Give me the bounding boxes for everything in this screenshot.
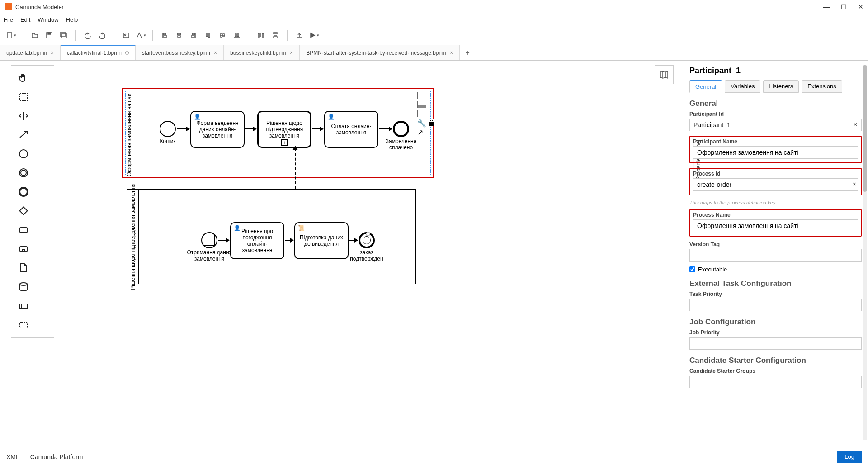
process-id-input[interactable] — [693, 178, 858, 191]
run-button[interactable] — [308, 30, 319, 41]
pool-participant-1[interactable]: Оформлення замовлення на сайті Кошик 👤 Ф… — [122, 88, 434, 178]
distribute-v-button[interactable] — [270, 30, 281, 41]
svg-point-6 — [125, 34, 126, 35]
close-icon[interactable]: × — [214, 50, 217, 56]
svg-rect-3 — [61, 32, 65, 37]
align-middle-button[interactable] — [217, 30, 228, 41]
distribute-h-button[interactable] — [255, 30, 266, 41]
end-event-icon[interactable] — [14, 182, 33, 201]
context-lane-below-icon[interactable] — [417, 110, 426, 117]
task-form-input[interactable]: 👤 Форма введення даних онлайн-замовлення — [190, 111, 245, 148]
add-tab-button[interactable]: + — [460, 45, 475, 60]
svg-rect-18 — [208, 34, 210, 38]
tab-update-lab[interactable]: update-lab.bpmn× — [0, 45, 61, 60]
status-xml[interactable]: XML — [6, 453, 19, 461]
minimap-toggle[interactable] — [655, 65, 674, 84]
align-center-button[interactable] — [174, 30, 184, 41]
executable-label: Executable — [698, 266, 727, 273]
clear-icon[interactable]: × — [854, 121, 857, 128]
task-payment[interactable]: 👤 Оплата онлайн-замовлення — [324, 111, 378, 148]
properties-panel: Properties Panel Participant_1 General V… — [683, 61, 868, 447]
minimize-icon[interactable]: — — [823, 3, 830, 10]
undo-button[interactable] — [82, 30, 93, 41]
align-left-button[interactable] — [159, 30, 170, 41]
section-job-config: Job Configuration — [689, 318, 862, 327]
pool-decision-subprocess[interactable]: Рішення щодо підтвердження замовлення От… — [127, 189, 416, 284]
space-tool-icon[interactable] — [14, 106, 33, 125]
prop-tab-general[interactable]: General — [689, 80, 722, 93]
pool-icon[interactable] — [14, 296, 33, 315]
connect-tool-icon[interactable] — [14, 125, 33, 144]
lasso-tool-icon[interactable] — [14, 87, 33, 106]
menu-window[interactable]: Window — [38, 16, 58, 23]
menu-file[interactable]: File — [4, 16, 13, 23]
start-event-receive-data[interactable] — [201, 232, 217, 248]
candidate-groups-input[interactable] — [689, 376, 862, 388]
save-button[interactable] — [44, 30, 55, 41]
image-export-button[interactable] — [121, 30, 132, 41]
tab-callactivityfinal[interactable]: callactivityfinal-1.bpmn — [61, 45, 136, 60]
task-prepare-output[interactable]: 📜 Підготовка даних до виведення — [294, 222, 349, 259]
prop-tab-listeners[interactable]: Listeners — [763, 80, 799, 93]
clear-icon[interactable]: × — [853, 181, 856, 188]
context-delete-icon[interactable]: 🗑 — [428, 119, 437, 126]
align-right-button[interactable] — [188, 30, 199, 41]
context-connect-icon[interactable]: ↗ — [417, 128, 426, 135]
data-store-icon[interactable] — [14, 277, 33, 296]
subprocess-icon[interactable] — [14, 239, 33, 258]
menu-help[interactable]: Help — [66, 16, 78, 23]
context-lane-above-icon[interactable] — [417, 92, 426, 99]
start-event-icon[interactable] — [14, 144, 33, 163]
process-name-input[interactable] — [693, 219, 858, 232]
end-event-paid[interactable] — [393, 121, 409, 137]
close-icon[interactable]: × — [290, 50, 293, 56]
task-priority-input[interactable] — [689, 299, 862, 311]
participant-name-input[interactable] — [693, 146, 858, 159]
intermediate-event-icon[interactable] — [14, 163, 33, 182]
close-icon[interactable]: × — [450, 50, 453, 56]
gateway-icon[interactable] — [14, 201, 33, 220]
tab-bussineskeychild[interactable]: bussineskeychild.bpmn× — [224, 45, 300, 60]
prop-tab-extensions[interactable]: Extensions — [802, 80, 842, 93]
canvas[interactable]: Оформлення замовлення на сайті Кошик 👤 Ф… — [0, 61, 683, 447]
new-file-button[interactable] — [5, 30, 16, 41]
align-bottom-button[interactable] — [231, 30, 242, 41]
task-approve[interactable]: 👤 Рішення про погодження онлайн-замовлен… — [230, 222, 284, 259]
tab-starteventbussineskey[interactable]: starteventbussineskey.bpmn× — [136, 45, 224, 60]
scrollbar[interactable] — [863, 65, 867, 442]
task-icon[interactable] — [14, 220, 33, 239]
start-event-koshik[interactable] — [160, 121, 176, 137]
open-button[interactable] — [29, 30, 40, 41]
end-event-confirmed[interactable] — [359, 232, 375, 248]
palette — [11, 65, 54, 338]
executable-checkbox[interactable] — [689, 266, 695, 272]
hand-tool-icon[interactable] — [14, 68, 33, 87]
redo-button[interactable] — [97, 30, 108, 41]
call-activity-decision[interactable]: Рішення щодо підтвердження замовлення + — [257, 111, 311, 148]
context-pad: 🔧🗑 ↗ — [417, 92, 437, 135]
close-icon[interactable]: × — [51, 50, 54, 56]
svg-rect-23 — [235, 34, 236, 37]
close-icon[interactable]: ✕ — [858, 3, 863, 10]
job-priority-label: Job Priority — [689, 329, 862, 336]
context-lane-divide-icon[interactable] — [417, 101, 426, 108]
align-top-button[interactable] — [203, 30, 213, 41]
color-button[interactable] — [135, 30, 146, 41]
data-object-icon[interactable] — [14, 258, 33, 277]
tab-bpmn-start-after[interactable]: BPMN-start-after-system-task-by-received… — [300, 45, 460, 60]
job-priority-input[interactable] — [689, 337, 862, 350]
participant-id-input[interactable] — [689, 119, 862, 131]
svg-rect-14 — [192, 33, 195, 35]
version-tag-input[interactable] — [689, 249, 862, 262]
prop-tab-variables[interactable]: Variables — [725, 80, 760, 93]
deploy-button[interactable] — [294, 30, 305, 41]
save-all-button[interactable] — [58, 30, 69, 41]
svg-rect-4 — [62, 33, 66, 38]
maximize-icon[interactable]: ☐ — [841, 3, 847, 10]
group-icon[interactable] — [14, 315, 33, 334]
log-button[interactable]: Log — [837, 451, 862, 463]
context-wrench-icon[interactable]: 🔧 — [417, 119, 426, 126]
status-platform[interactable]: Camunda Platform — [30, 453, 83, 461]
menu-edit[interactable]: Edit — [20, 16, 30, 23]
svg-rect-25 — [258, 33, 259, 37]
